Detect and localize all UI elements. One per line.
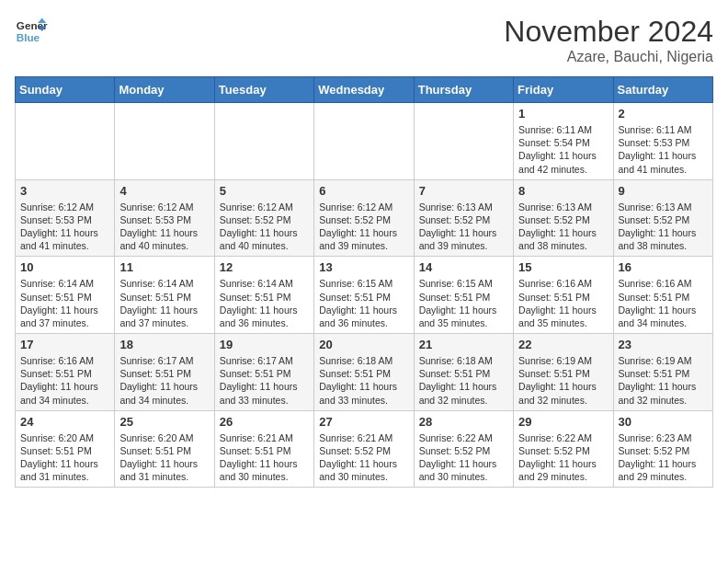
- calendar-cell: 9Sunrise: 6:13 AMSunset: 5:52 PMDaylight…: [613, 179, 712, 257]
- calendar-cell: 4Sunrise: 6:12 AMSunset: 5:53 PMDaylight…: [115, 179, 214, 257]
- page-header: General Blue November 2024 Azare, Bauchi…: [15, 15, 713, 65]
- logo: General Blue: [15, 15, 48, 48]
- calendar-cell: 16Sunrise: 6:16 AMSunset: 5:51 PMDayligh…: [613, 257, 712, 334]
- day-header-monday: Monday: [115, 77, 214, 103]
- cell-info: Sunrise: 6:12 AMSunset: 5:52 PMDaylight:…: [319, 201, 408, 253]
- calendar-cell: 29Sunrise: 6:22 AMSunset: 5:52 PMDayligh…: [514, 410, 613, 488]
- day-header-thursday: Thursday: [414, 77, 513, 103]
- cell-info: Sunrise: 6:22 AMSunset: 5:52 PMDaylight:…: [419, 431, 508, 484]
- calendar-cell: 21Sunrise: 6:18 AMSunset: 5:51 PMDayligh…: [414, 334, 513, 411]
- cell-info: Sunrise: 6:16 AMSunset: 5:51 PMDaylight:…: [20, 354, 109, 407]
- calendar-cell: 22Sunrise: 6:19 AMSunset: 5:51 PMDayligh…: [514, 334, 613, 411]
- day-number: 22: [518, 338, 608, 351]
- day-number: 12: [220, 260, 309, 274]
- cell-info: Sunrise: 6:16 AMSunset: 5:51 PMDaylight:…: [619, 277, 708, 329]
- day-number: 1: [518, 107, 608, 121]
- cell-info: Sunrise: 6:13 AMSunset: 5:52 PMDaylight:…: [419, 201, 508, 253]
- day-number: 7: [419, 184, 508, 198]
- day-header-wednesday: Wednesday: [314, 77, 414, 103]
- day-header-saturday: Saturday: [613, 77, 712, 103]
- day-header-tuesday: Tuesday: [214, 77, 313, 103]
- day-number: 29: [518, 415, 608, 429]
- calendar-header-row: SundayMondayTuesdayWednesdayThursdayFrid…: [16, 77, 713, 103]
- calendar-cell: 1Sunrise: 6:11 AMSunset: 5:54 PMDaylight…: [514, 103, 613, 180]
- day-number: 4: [119, 184, 209, 198]
- day-number: 26: [220, 415, 309, 429]
- calendar-table: SundayMondayTuesdayWednesdayThursdayFrid…: [15, 76, 713, 488]
- cell-info: Sunrise: 6:15 AMSunset: 5:51 PMDaylight:…: [319, 277, 408, 329]
- cell-info: Sunrise: 6:21 AMSunset: 5:51 PMDaylight:…: [220, 431, 309, 484]
- calendar-cell: 19Sunrise: 6:17 AMSunset: 5:51 PMDayligh…: [214, 334, 313, 411]
- month-title: November 2024: [504, 15, 713, 49]
- calendar-cell: 7Sunrise: 6:13 AMSunset: 5:52 PMDaylight…: [414, 179, 513, 257]
- cell-info: Sunrise: 6:11 AMSunset: 5:53 PMDaylight:…: [619, 123, 708, 176]
- title-block: November 2024 Azare, Bauchi, Nigeria: [504, 15, 713, 65]
- calendar-cell: 18Sunrise: 6:17 AMSunset: 5:51 PMDayligh…: [115, 334, 214, 411]
- day-header-friday: Friday: [514, 77, 613, 103]
- cell-info: Sunrise: 6:14 AMSunset: 5:51 PMDaylight:…: [20, 277, 109, 329]
- cell-info: Sunrise: 6:12 AMSunset: 5:53 PMDaylight:…: [20, 201, 109, 253]
- calendar-cell: 28Sunrise: 6:22 AMSunset: 5:52 PMDayligh…: [414, 410, 513, 488]
- day-number: 27: [319, 415, 408, 429]
- calendar-cell: 3Sunrise: 6:12 AMSunset: 5:53 PMDaylight…: [16, 179, 115, 257]
- calendar-cell: 24Sunrise: 6:20 AMSunset: 5:51 PMDayligh…: [16, 410, 115, 488]
- calendar-cell: 23Sunrise: 6:19 AMSunset: 5:51 PMDayligh…: [613, 334, 712, 411]
- calendar-cell: 20Sunrise: 6:18 AMSunset: 5:51 PMDayligh…: [314, 334, 414, 411]
- location: Azare, Bauchi, Nigeria: [504, 49, 713, 65]
- calendar-week-row: 24Sunrise: 6:20 AMSunset: 5:51 PMDayligh…: [16, 410, 713, 488]
- day-number: 21: [419, 338, 508, 351]
- cell-info: Sunrise: 6:20 AMSunset: 5:51 PMDaylight:…: [119, 431, 209, 484]
- calendar-cell: 15Sunrise: 6:16 AMSunset: 5:51 PMDayligh…: [514, 257, 613, 334]
- cell-info: Sunrise: 6:22 AMSunset: 5:52 PMDaylight:…: [518, 431, 608, 484]
- calendar-cell: 13Sunrise: 6:15 AMSunset: 5:51 PMDayligh…: [314, 257, 414, 334]
- calendar-cell: 2Sunrise: 6:11 AMSunset: 5:53 PMDaylight…: [613, 103, 712, 180]
- day-number: 18: [119, 338, 209, 351]
- day-number: 17: [20, 338, 109, 351]
- logo-icon: General Blue: [15, 15, 48, 48]
- cell-info: Sunrise: 6:13 AMSunset: 5:52 PMDaylight:…: [619, 201, 708, 253]
- cell-info: Sunrise: 6:12 AMSunset: 5:53 PMDaylight:…: [119, 201, 209, 253]
- day-number: 20: [319, 338, 408, 351]
- calendar-cell: 8Sunrise: 6:13 AMSunset: 5:52 PMDaylight…: [514, 179, 613, 257]
- calendar-cell: 27Sunrise: 6:21 AMSunset: 5:52 PMDayligh…: [314, 410, 414, 488]
- day-number: 19: [220, 338, 309, 351]
- calendar-cell: 17Sunrise: 6:16 AMSunset: 5:51 PMDayligh…: [16, 334, 115, 411]
- cell-info: Sunrise: 6:18 AMSunset: 5:51 PMDaylight:…: [319, 354, 408, 407]
- calendar-cell: [115, 103, 214, 180]
- cell-info: Sunrise: 6:11 AMSunset: 5:54 PMDaylight:…: [518, 123, 608, 176]
- svg-text:Blue: Blue: [17, 31, 40, 43]
- day-number: 3: [20, 184, 109, 198]
- calendar-week-row: 10Sunrise: 6:14 AMSunset: 5:51 PMDayligh…: [16, 257, 713, 334]
- day-number: 16: [619, 260, 708, 274]
- day-number: 2: [619, 107, 708, 121]
- day-number: 30: [619, 415, 708, 429]
- day-number: 25: [119, 415, 209, 429]
- day-number: 13: [319, 260, 408, 274]
- day-number: 23: [619, 338, 708, 351]
- cell-info: Sunrise: 6:19 AMSunset: 5:51 PMDaylight:…: [619, 354, 708, 407]
- calendar-cell: 11Sunrise: 6:14 AMSunset: 5:51 PMDayligh…: [115, 257, 214, 334]
- calendar-week-row: 17Sunrise: 6:16 AMSunset: 5:51 PMDayligh…: [16, 334, 713, 411]
- cell-info: Sunrise: 6:16 AMSunset: 5:51 PMDaylight:…: [518, 277, 608, 329]
- cell-info: Sunrise: 6:13 AMSunset: 5:52 PMDaylight:…: [518, 201, 608, 253]
- calendar-cell: 26Sunrise: 6:21 AMSunset: 5:51 PMDayligh…: [214, 410, 313, 488]
- calendar-cell: 5Sunrise: 6:12 AMSunset: 5:52 PMDaylight…: [214, 179, 313, 257]
- day-number: 14: [419, 260, 508, 274]
- cell-info: Sunrise: 6:23 AMSunset: 5:52 PMDaylight:…: [619, 431, 708, 484]
- calendar-cell: [414, 103, 513, 180]
- calendar-cell: [214, 103, 313, 180]
- cell-info: Sunrise: 6:21 AMSunset: 5:52 PMDaylight:…: [319, 431, 408, 484]
- day-number: 11: [119, 260, 209, 274]
- cell-info: Sunrise: 6:14 AMSunset: 5:51 PMDaylight:…: [119, 277, 209, 329]
- cell-info: Sunrise: 6:15 AMSunset: 5:51 PMDaylight:…: [419, 277, 508, 329]
- calendar-cell: 6Sunrise: 6:12 AMSunset: 5:52 PMDaylight…: [314, 179, 414, 257]
- cell-info: Sunrise: 6:17 AMSunset: 5:51 PMDaylight:…: [220, 354, 309, 407]
- cell-info: Sunrise: 6:14 AMSunset: 5:51 PMDaylight:…: [220, 277, 309, 329]
- day-number: 5: [220, 184, 309, 198]
- day-number: 24: [20, 415, 109, 429]
- calendar-cell: 12Sunrise: 6:14 AMSunset: 5:51 PMDayligh…: [214, 257, 313, 334]
- day-header-sunday: Sunday: [16, 77, 115, 103]
- day-number: 28: [419, 415, 508, 429]
- cell-info: Sunrise: 6:12 AMSunset: 5:52 PMDaylight:…: [220, 201, 309, 253]
- day-number: 6: [319, 184, 408, 198]
